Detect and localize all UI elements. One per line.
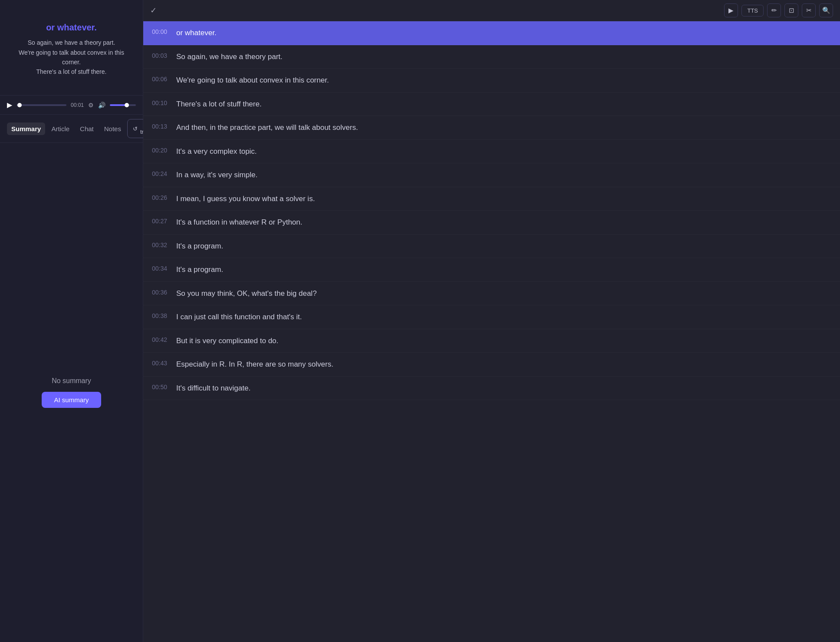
tts-button[interactable]: TTS — [741, 5, 764, 17]
time-label: 00:01 — [71, 102, 84, 108]
transcript-time: 00:24 — [152, 169, 168, 177]
transcript-time: 00:13 — [152, 122, 168, 130]
check-icon[interactable]: ✓ — [150, 6, 157, 15]
left-panel: or whatever. So again, we have a theory … — [0, 0, 143, 642]
search-icon-button[interactable]: 🔍 — [819, 3, 833, 17]
progress-dot — [17, 103, 22, 107]
transcript-time: 00:10 — [152, 99, 168, 106]
tab-notes[interactable]: Notes — [100, 122, 125, 135]
transcript-text: And then, in the practice part, we will … — [176, 122, 358, 133]
transcript-time: 00:42 — [152, 335, 168, 343]
tabs-bar: Summary Article Chat Notes ↺ Re-transcri… — [0, 115, 143, 143]
transcript-text: or whatever. — [176, 27, 217, 39]
transcript-text: I can just call this function and that's… — [176, 311, 302, 323]
tab-chat[interactable]: Chat — [76, 122, 98, 135]
audio-subtitle-1: So again, we have a theory part. We're g… — [9, 38, 134, 77]
transcript-row[interactable]: 00:26I mean, I guess you know what a sol… — [143, 187, 840, 211]
transcript-text: So again, we have a theory part. — [176, 51, 283, 63]
transcript-toolbar: ✓ ▶ TTS ✏ ⊡ ✂ 🔍 — [143, 0, 840, 21]
transcript-row[interactable]: 00:42But it is very complicated to do. — [143, 329, 840, 353]
transcript-row[interactable]: 00:27It's a function in whatever R or Py… — [143, 211, 840, 235]
transcript-text: We're going to talk about convex in this… — [176, 75, 329, 86]
edit-icon-button[interactable]: ✏ — [767, 3, 781, 17]
transcript-time: 00:27 — [152, 217, 168, 225]
transcript-time: 00:20 — [152, 146, 168, 154]
transcript-time: 00:34 — [152, 264, 168, 272]
transcript-row[interactable]: 00:00or whatever. — [143, 21, 840, 45]
transcript-time: 00:50 — [152, 383, 168, 390]
settings-button[interactable]: ⚙ — [88, 102, 94, 109]
transcript-row[interactable]: 00:24In a way, it's very simple. — [143, 163, 840, 187]
transcript-text: There's a lot of stuff there. — [176, 99, 262, 110]
transcript-text: Especially in R. In R, there are so many… — [176, 359, 333, 370]
transcript-row[interactable]: 00:38I can just call this function and t… — [143, 305, 840, 329]
transcript-row[interactable]: 00:36So you may think, OK, what's the bi… — [143, 282, 840, 306]
transcript-row[interactable]: 00:43Especially in R. In R, there are so… — [143, 353, 840, 377]
tts-label: TTS — [747, 7, 758, 14]
transcript-row[interactable]: 00:32It's a program. — [143, 235, 840, 258]
tab-summary[interactable]: Summary — [7, 122, 45, 135]
player-bar: ▶ 00:01 ⚙ 🔊 — [0, 96, 143, 115]
transcript-text: It's a function in whatever R or Python. — [176, 217, 303, 228]
transcript-time: 00:43 — [152, 359, 168, 367]
tab-article[interactable]: Article — [47, 122, 74, 135]
transcript-row[interactable]: 00:13And then, in the practice part, we … — [143, 116, 840, 140]
transcript-row[interactable]: 00:10There's a lot of stuff there. — [143, 93, 840, 116]
transcript-time: 00:00 — [152, 27, 168, 35]
transcript-list: 00:00or whatever.00:03So again, we have … — [143, 21, 840, 642]
transcript-time: 00:36 — [152, 288, 168, 296]
summary-content: No summary AI summary — [0, 143, 143, 642]
play-toolbar-button[interactable]: ▶ — [724, 3, 738, 17]
transcript-row[interactable]: 00:50It's difficult to navigate. — [143, 377, 840, 400]
transcript-time: 00:32 — [152, 241, 168, 248]
transcript-row[interactable]: 00:06We're going to talk about convex in… — [143, 69, 840, 93]
right-panel: ✓ ▶ TTS ✏ ⊡ ✂ 🔍 00:00or whatever.00:03So… — [143, 0, 840, 642]
transcript-text: It's a program. — [176, 241, 223, 252]
transcript-text: It's difficult to navigate. — [176, 383, 250, 394]
transcript-row[interactable]: 00:20It's a very complex topic. — [143, 140, 840, 164]
transcript-text: So you may think, OK, what's the big dea… — [176, 288, 317, 299]
transcript-time: 00:06 — [152, 75, 168, 83]
transcript-text: In a way, it's very simple. — [176, 169, 257, 181]
play-button[interactable]: ▶ — [7, 101, 12, 109]
transcript-row[interactable]: 00:03So again, we have a theory part. — [143, 45, 840, 69]
transcript-text: It's a very complex topic. — [176, 146, 257, 157]
audio-display: or whatever. So again, we have a theory … — [0, 0, 143, 96]
progress-track[interactable] — [16, 104, 66, 106]
frame-icon-button[interactable]: ⊡ — [784, 3, 798, 17]
transcript-text: It's a program. — [176, 264, 223, 275]
transcript-text: But it is very complicated to do. — [176, 335, 278, 347]
no-summary-text: No summary — [52, 377, 91, 385]
cut-icon-button[interactable]: ✂ — [802, 3, 816, 17]
transcript-time: 00:38 — [152, 311, 168, 319]
volume-button[interactable]: 🔊 — [98, 102, 105, 109]
transcript-time: 00:26 — [152, 193, 168, 201]
transcript-text: I mean, I guess you know what a solver i… — [176, 193, 315, 205]
transcript-time: 00:03 — [152, 51, 168, 59]
audio-title: or whatever. — [46, 23, 97, 33]
transcript-row[interactable]: 00:34It's a program. — [143, 258, 840, 282]
volume-dot — [125, 103, 129, 107]
volume-slider[interactable] — [110, 104, 136, 106]
ai-summary-button[interactable]: AI summary — [42, 392, 101, 408]
retranscript-icon: ↺ — [133, 126, 138, 132]
